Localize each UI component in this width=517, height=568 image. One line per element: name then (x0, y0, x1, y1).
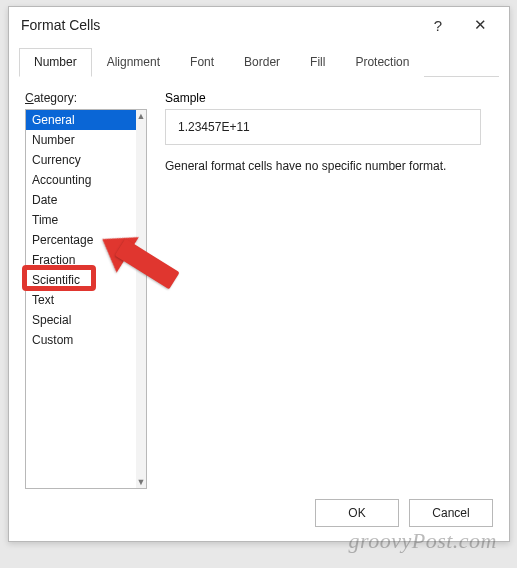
listbox-scrollbar[interactable]: ▲ ▼ (136, 110, 146, 488)
annotation-arrow (120, 237, 184, 257)
ok-button[interactable]: OK (315, 499, 399, 527)
tab-protection[interactable]: Protection (340, 48, 424, 77)
close-button[interactable]: ✕ (459, 10, 501, 40)
scroll-down-icon[interactable]: ▼ (136, 476, 146, 488)
cancel-button[interactable]: Cancel (409, 499, 493, 527)
content-panel: Sample 1.23457E+11 General format cells … (165, 91, 493, 489)
tab-fill[interactable]: Fill (295, 48, 340, 77)
tab-font[interactable]: Font (175, 48, 229, 77)
scroll-up-icon[interactable]: ▲ (136, 110, 146, 122)
tab-strip: Number Alignment Font Border Fill Protec… (19, 47, 499, 77)
sample-value-box: 1.23457E+11 (165, 109, 481, 145)
category-listbox[interactable]: General Number Currency Accounting Date … (25, 109, 147, 489)
tab-border[interactable]: Border (229, 48, 295, 77)
category-item-date[interactable]: Date (26, 190, 136, 210)
category-item-custom[interactable]: Custom (26, 330, 136, 350)
category-item-number[interactable]: Number (26, 130, 136, 150)
tab-alignment[interactable]: Alignment (92, 48, 175, 77)
annotation-highlight-custom (22, 265, 96, 291)
titlebar: Format Cells ? ✕ (9, 7, 509, 43)
tab-number[interactable]: Number (19, 48, 92, 77)
format-description: General format cells have no specific nu… (165, 159, 493, 173)
category-label: Category: (25, 91, 147, 105)
sample-value: 1.23457E+11 (178, 120, 250, 134)
sample-label: Sample (165, 91, 493, 105)
category-item-currency[interactable]: Currency (26, 150, 136, 170)
watermark: groovyPost.com (348, 528, 497, 554)
category-item-text[interactable]: Text (26, 290, 136, 310)
category-item-special[interactable]: Special (26, 310, 136, 330)
help-button[interactable]: ? (417, 10, 459, 40)
window-title: Format Cells (21, 17, 417, 33)
category-item-accounting[interactable]: Accounting (26, 170, 136, 190)
category-item-general[interactable]: General (26, 110, 136, 130)
